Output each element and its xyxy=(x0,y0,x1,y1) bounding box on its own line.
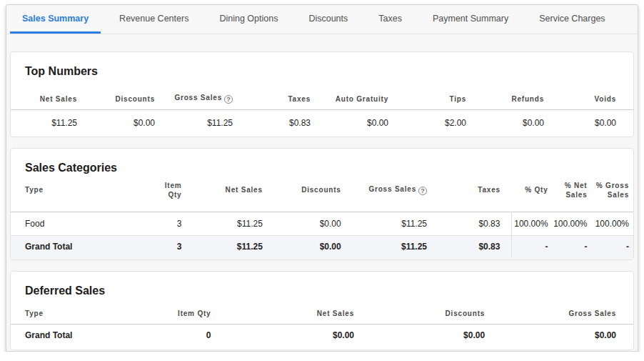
deferred-sales-title: Deferred Sales xyxy=(11,272,633,297)
cell-pct-net-sales: - xyxy=(553,235,592,257)
value-auto-gratuity: $0.00 xyxy=(322,109,400,137)
cell-gross-sales: $11.25 xyxy=(353,235,438,257)
value-discounts: $0.00 xyxy=(89,109,166,137)
col-taxes: Taxes xyxy=(438,174,512,212)
col-net-sales: Net Sales xyxy=(193,174,273,212)
cell-type: Grand Total xyxy=(11,235,151,257)
value-net-sales: $11.25 xyxy=(11,109,89,137)
cell-gross-sales: $0.00 xyxy=(496,324,633,346)
help-icon[interactable]: ? xyxy=(224,95,233,104)
table-row-grand-total: Grand Total 0 $0.00 $0.00 $0.00 xyxy=(11,324,633,346)
report-tabbar: Sales Summary Revenue Centers Dining Opt… xyxy=(6,5,638,34)
help-icon[interactable]: ? xyxy=(418,187,427,195)
col-item-qty: Item Qty xyxy=(151,174,193,212)
deferred-sales-card: Deferred Sales Type Item Qty Net Sales D… xyxy=(10,271,634,350)
cell-net-sales: $0.00 xyxy=(222,324,366,346)
top-numbers-card: Top Numbers Net Sales Discounts Gross Sa… xyxy=(10,51,634,137)
col-auto-gratuity: Auto Gratuity xyxy=(322,78,400,109)
cell-net-sales: $11.25 xyxy=(193,235,273,257)
col-voids: Voids xyxy=(555,78,633,109)
cell-item-qty: 3 xyxy=(151,235,193,257)
tab-revenue-centers[interactable]: Revenue Centers xyxy=(107,5,201,34)
top-numbers-title: Top Numbers xyxy=(11,52,633,78)
col-type: Type xyxy=(11,297,123,324)
col-refunds: Refunds xyxy=(478,78,555,109)
col-pct-gross-sales: % Gross Sales xyxy=(592,174,633,212)
value-voids: $0.00 xyxy=(555,109,633,137)
col-gross-sales: Gross Sales? xyxy=(353,174,438,212)
col-taxes: Taxes xyxy=(244,78,322,109)
sales-categories-table: Type Item Qty Net Sales Discounts Gross … xyxy=(11,174,633,257)
grand-total-row-padding xyxy=(11,257,633,259)
cell-pct-net-sales: 100.00% xyxy=(553,212,592,235)
cell-item-qty: 0 xyxy=(123,324,223,346)
tab-taxes[interactable]: Taxes xyxy=(366,5,414,34)
cell-type: Grand Total xyxy=(11,324,123,346)
col-pct-qty: % Qty xyxy=(512,174,553,212)
cell-item-qty: 3 xyxy=(151,212,193,235)
value-refunds: $0.00 xyxy=(478,109,555,137)
table-row-food: Food 3 $11.25 $0.00 $11.25 $0.83 100.00%… xyxy=(11,212,633,235)
cell-discounts: $0.00 xyxy=(274,212,353,235)
cell-pct-qty: 100.00% xyxy=(512,212,553,235)
col-discounts: Discounts xyxy=(274,174,353,212)
tab-service-charges[interactable]: Service Charges xyxy=(527,5,617,34)
cell-pct-qty: - xyxy=(512,235,553,257)
table-row-grand-total: Grand Total 3 $11.25 $0.00 $11.25 $0.83 … xyxy=(11,235,633,257)
col-discounts: Discounts xyxy=(366,297,496,324)
cell-discounts: $0.00 xyxy=(274,235,353,257)
cell-taxes: $0.83 xyxy=(438,235,512,257)
col-type: Type xyxy=(11,174,151,212)
cell-net-sales: $11.25 xyxy=(193,212,273,235)
deferred-sales-table: Type Item Qty Net Sales Discounts Gross … xyxy=(11,297,633,346)
report-panel: Sales Summary Revenue Centers Dining Opt… xyxy=(6,4,638,352)
tab-sales-summary[interactable]: Sales Summary xyxy=(10,5,101,34)
cell-pct-gross-sales: - xyxy=(592,235,633,257)
col-item-qty: Item Qty xyxy=(123,297,223,324)
top-numbers-values-row: $11.25 $0.00 $11.25 $0.83 $0.00 $2.00 $0… xyxy=(11,109,633,137)
value-gross-sales: $11.25 xyxy=(166,109,244,137)
cell-discounts: $0.00 xyxy=(366,324,496,346)
col-tips: Tips xyxy=(400,78,478,109)
col-discounts: Discounts xyxy=(89,78,166,109)
cell-type: Food xyxy=(11,212,151,235)
cell-taxes: $0.83 xyxy=(438,212,512,235)
cell-pct-gross-sales: 100.00% xyxy=(592,212,633,235)
col-net-sales: Net Sales xyxy=(11,78,89,109)
sales-categories-title: Sales Categories xyxy=(11,149,633,174)
cell-gross-sales: $11.25 xyxy=(353,212,438,235)
col-gross-sales: Gross Sales? xyxy=(166,78,244,109)
sales-categories-card: Sales Categories Type Item Qty Net Sales… xyxy=(10,148,634,260)
col-gross-sales: Gross Sales xyxy=(496,297,633,324)
value-tips: $2.00 xyxy=(400,109,478,137)
col-net-sales: Net Sales xyxy=(222,297,366,324)
card-bottom-padding xyxy=(11,346,633,350)
value-taxes: $0.83 xyxy=(244,109,322,137)
col-pct-net-sales: % Net Sales xyxy=(553,174,592,212)
tab-dining-options[interactable]: Dining Options xyxy=(207,5,290,34)
tab-discounts[interactable]: Discounts xyxy=(296,5,360,34)
top-numbers-table: Net Sales Discounts Gross Sales? Taxes A… xyxy=(11,78,633,137)
tab-payment-summary[interactable]: Payment Summary xyxy=(421,5,520,34)
